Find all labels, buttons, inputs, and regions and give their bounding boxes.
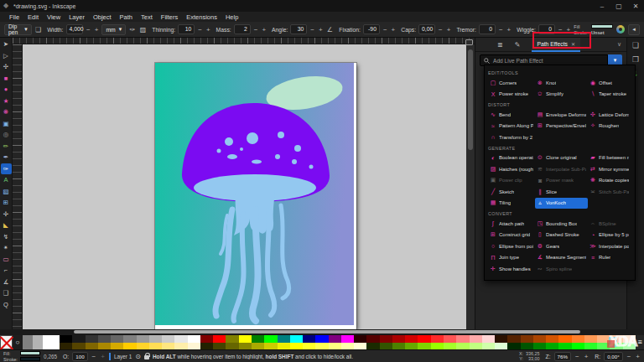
palette-swatch[interactable] bbox=[137, 343, 149, 350]
effect-knot[interactable]: ⊗Knot bbox=[535, 77, 588, 89]
menu-layer[interactable]: Layer bbox=[65, 13, 89, 21]
menu-text[interactable]: Text bbox=[137, 13, 157, 21]
measure-tool[interactable]: ∡ bbox=[1, 277, 12, 288]
palette-swatch[interactable] bbox=[558, 335, 571, 343]
palette-swatch[interactable] bbox=[239, 343, 252, 350]
effect-power-stroke[interactable]: XPower stroke bbox=[488, 89, 535, 101]
opacity-input[interactable]: 100 bbox=[72, 352, 87, 361]
palette-swatch[interactable] bbox=[431, 335, 444, 343]
palette-swatch[interactable] bbox=[98, 343, 111, 350]
rotation-input[interactable]: 0,00° bbox=[604, 352, 623, 361]
palette-swatch[interactable] bbox=[149, 343, 162, 350]
palette-swatch[interactable] bbox=[572, 343, 584, 350]
canvas[interactable] bbox=[23, 44, 466, 329]
close-button[interactable]: ✕ bbox=[627, 0, 644, 12]
effect-lattice-deformation[interactable]: ✣Lattice Deformation bbox=[588, 109, 631, 121]
palette-swatch[interactable] bbox=[137, 335, 149, 343]
effect-transform-by-2-points[interactable]: ∩Transform by 2 points bbox=[488, 132, 535, 143]
gradient-tool[interactable]: ▧ bbox=[1, 186, 12, 198]
palette-swatch[interactable] bbox=[380, 343, 392, 350]
palette-swatch[interactable] bbox=[456, 343, 469, 350]
palette-swatch[interactable] bbox=[200, 343, 213, 350]
objects-panel-tab-icon[interactable]: ≣ bbox=[497, 41, 503, 49]
width-input-increase[interactable]: + bbox=[94, 26, 100, 34]
calligraphy-tool[interactable]: ✑ bbox=[1, 163, 12, 175]
chevron-down-icon[interactable]: ∨ bbox=[617, 41, 621, 48]
palette-swatch[interactable] bbox=[149, 335, 162, 343]
shape-builder-tool[interactable]: ✣ bbox=[1, 61, 12, 73]
unit-select[interactable]: mm▾ bbox=[101, 24, 126, 35]
effect-sketch[interactable]: ╱Sketch bbox=[488, 186, 535, 198]
palette-swatch[interactable] bbox=[584, 335, 597, 343]
horizontal-scrollbar[interactable] bbox=[0, 329, 644, 335]
palette-swatch[interactable] bbox=[200, 335, 213, 343]
gray-swatch[interactable] bbox=[23, 335, 33, 349]
effect-fill-between-many[interactable]: ▰Fill between many bbox=[588, 153, 631, 164]
palette-swatch[interactable] bbox=[315, 343, 328, 350]
palette-swatch[interactable] bbox=[174, 335, 187, 343]
palette-swatch[interactable] bbox=[392, 335, 405, 343]
effect-boolean-operation[interactable]: ◐Boolean operation bbox=[488, 153, 535, 164]
palette-swatch[interactable] bbox=[303, 343, 315, 350]
palette-swatch[interactable] bbox=[226, 335, 238, 343]
width-input[interactable]: 4,000 bbox=[66, 24, 84, 34]
palette-swatch[interactable] bbox=[507, 335, 520, 343]
trace-background-icon[interactable]: ▨ bbox=[139, 24, 148, 35]
palette-swatch[interactable] bbox=[482, 343, 495, 350]
caps-input-decrease[interactable]: − bbox=[438, 26, 444, 34]
palette-swatch[interactable] bbox=[418, 343, 430, 350]
vertical-ruler[interactable] bbox=[13, 44, 23, 329]
effect-envelope-deformation[interactable]: ▤Envelope Deformation bbox=[535, 109, 588, 121]
menu-file[interactable]: File bbox=[5, 13, 23, 21]
palette-swatch[interactable] bbox=[341, 343, 354, 350]
pencil-tool[interactable]: ✏ bbox=[1, 141, 12, 153]
tilt-icon[interactable]: ∠ bbox=[326, 24, 335, 35]
thinning-input[interactable]: 10 bbox=[178, 24, 195, 34]
palette-swatch[interactable] bbox=[392, 343, 405, 350]
document-page[interactable] bbox=[155, 63, 356, 329]
palette-swatch[interactable] bbox=[278, 335, 290, 343]
tremor-input-decrease[interactable]: − bbox=[498, 26, 504, 34]
palette-swatch[interactable] bbox=[98, 335, 111, 343]
palette-swatch[interactable] bbox=[521, 335, 533, 343]
palette-swatch[interactable] bbox=[264, 343, 277, 350]
maximize-button[interactable]: ▢ bbox=[610, 0, 627, 12]
palette-swatch[interactable] bbox=[329, 343, 341, 350]
connector-tool[interactable]: ⌐ bbox=[1, 265, 12, 277]
palette-swatch[interactable] bbox=[546, 343, 558, 350]
effect-corners[interactable]: ▢Corners bbox=[488, 77, 535, 89]
palette-swatch[interactable] bbox=[315, 335, 328, 343]
menu-help[interactable]: Help bbox=[221, 13, 242, 21]
palette-swatch[interactable] bbox=[495, 343, 507, 350]
palette-swatch[interactable] bbox=[405, 343, 418, 350]
palette-swatch[interactable] bbox=[558, 343, 571, 350]
zoom-tool[interactable]: Q bbox=[1, 299, 12, 311]
stroke-profile-icon[interactable]: ❏ bbox=[34, 24, 43, 35]
rotation-increase[interactable]: + bbox=[635, 353, 641, 360]
minimize-button[interactable]: – bbox=[594, 0, 610, 12]
thinning-input-increase[interactable]: + bbox=[205, 26, 211, 34]
palette-swatch[interactable] bbox=[174, 343, 187, 350]
effect-construct-grid[interactable]: ⊞Construct grid bbox=[488, 230, 535, 241]
snap-options-icon[interactable] bbox=[616, 25, 625, 34]
effect-interpolate-points[interactable]: ≫Interpolate points bbox=[588, 240, 631, 252]
palette-swatch[interactable] bbox=[60, 343, 72, 350]
fill-swatch[interactable] bbox=[591, 24, 613, 28]
star-tool[interactable]: ★ bbox=[1, 96, 12, 107]
new-document-icon[interactable]: ❏ bbox=[632, 41, 639, 49]
palette-swatch[interactable] bbox=[354, 335, 366, 343]
caps-input[interactable]: 0,00 bbox=[418, 24, 435, 34]
palette-swatch[interactable] bbox=[482, 335, 495, 343]
palette-swatch[interactable] bbox=[444, 343, 456, 350]
vertical-scrollbar[interactable] bbox=[466, 44, 475, 329]
effect-attach-path[interactable]: ∫Attach path bbox=[488, 218, 535, 230]
palette-swatch[interactable] bbox=[188, 335, 200, 343]
palette-swatch[interactable] bbox=[162, 335, 174, 343]
width-input-decrease[interactable]: − bbox=[86, 26, 91, 34]
fill-stroke-panel-tab-icon[interactable]: ✎ bbox=[515, 41, 521, 49]
palette-swatch[interactable] bbox=[444, 335, 456, 343]
horizontal-ruler[interactable] bbox=[13, 38, 475, 44]
menu-path[interactable]: Path bbox=[116, 13, 137, 21]
effect-ellipse-by-5-points[interactable]: ◔Ellipse by 5 points bbox=[588, 230, 631, 241]
collapse-toolbar-button[interactable]: ◂ bbox=[628, 24, 640, 35]
